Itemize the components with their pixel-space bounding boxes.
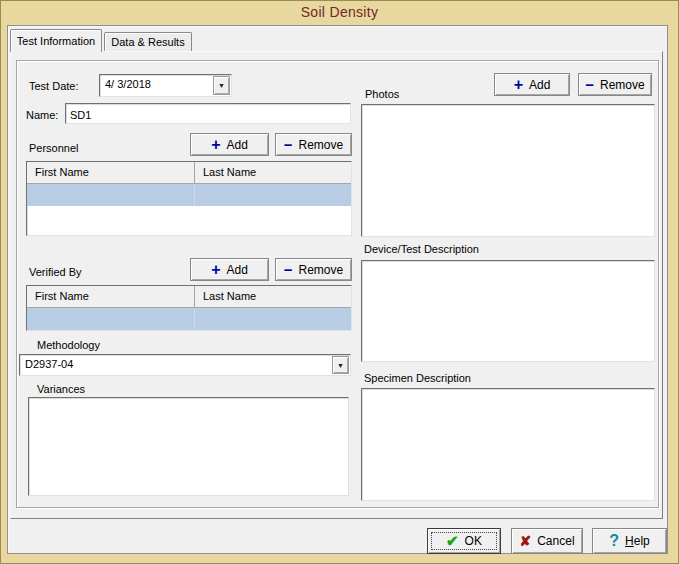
test-date-value: 4/ 3/2018 <box>100 75 212 96</box>
soil-density-window: Soil Density Test Information Data & Res… <box>0 0 679 564</box>
verified-by-label: Verified By <box>29 265 82 279</box>
photos-add-label: Add <box>529 78 550 92</box>
verified-by-table-header: First Name Last Name <box>27 286 351 308</box>
personnel-add-button[interactable]: + Add <box>190 133 269 156</box>
tab-data-results[interactable]: Data & Results <box>104 32 192 52</box>
specimen-description-frame <box>361 388 655 501</box>
personnel-col-first-name[interactable]: First Name <box>27 162 195 184</box>
device-description-label: Device/Test Description <box>364 242 479 256</box>
verified-by-col-last-name[interactable]: Last Name <box>195 286 351 308</box>
variances-textarea[interactable] <box>29 398 348 495</box>
methodology-dropdown-button[interactable]: ▼ <box>332 356 349 374</box>
cancel-button[interactable]: ✘ Cancel <box>511 528 583 554</box>
verified-by-add-button[interactable]: + Add <box>190 258 269 281</box>
help-label: Help <box>625 534 650 548</box>
name-field-frame <box>65 103 351 124</box>
photos-remove-label: Remove <box>600 78 645 92</box>
methodology-select[interactable]: D2937-04 ▼ <box>19 354 351 376</box>
help-label-underline: H <box>625 534 634 548</box>
personnel-remove-label: Remove <box>299 138 344 152</box>
specimen-description-textarea[interactable] <box>362 389 654 500</box>
tab-page-test-information: Test Date: 4/ 3/2018 ▼ Name: Personnel +… <box>10 51 663 519</box>
ok-label: OK <box>465 534 482 548</box>
x-icon: ✘ <box>519 533 531 549</box>
variances-label: Variances <box>37 382 85 396</box>
verified-by-remove-button[interactable]: − Remove <box>275 258 352 281</box>
chevron-down-icon: ▼ <box>337 362 344 369</box>
form-groupbox: Test Date: 4/ 3/2018 ▼ Name: Personnel +… <box>16 60 659 508</box>
specimen-description-label: Specimen Description <box>364 371 471 385</box>
test-date-dropdown-button[interactable]: ▼ <box>213 76 230 95</box>
verified-by-row-last-name[interactable] <box>195 308 351 330</box>
question-mark-icon: ? <box>609 532 619 550</box>
verified-by-row-first-name[interactable] <box>27 308 195 330</box>
personnel-remove-button[interactable]: − Remove <box>275 133 352 156</box>
window-title: Soil Density <box>1 1 678 25</box>
variances-field-frame <box>28 397 349 496</box>
tab-test-information[interactable]: Test Information <box>10 29 102 52</box>
personnel-table-header: First Name Last Name <box>27 162 351 184</box>
personnel-row-first-name[interactable] <box>27 184 195 206</box>
footer-button-bar: ✔ OK ✘ Cancel ? Help <box>8 520 669 554</box>
verified-by-remove-label: Remove <box>299 263 344 277</box>
verified-by-table[interactable]: First Name Last Name <box>26 285 352 331</box>
ok-button[interactable]: ✔ OK <box>427 528 501 554</box>
table-row[interactable] <box>27 184 351 206</box>
personnel-table[interactable]: First Name Last Name <box>26 161 352 236</box>
personnel-row-last-name[interactable] <box>195 184 351 206</box>
personnel-col-last-name[interactable]: Last Name <box>195 162 351 184</box>
cancel-label: Cancel <box>537 534 574 548</box>
check-icon: ✔ <box>446 532 459 550</box>
plus-icon: + <box>211 140 220 150</box>
photos-add-button[interactable]: + Add <box>494 73 570 96</box>
name-input[interactable] <box>66 104 350 123</box>
methodology-value: D2937-04 <box>20 355 331 375</box>
minus-icon: − <box>284 140 293 150</box>
name-label: Name: <box>26 108 58 122</box>
device-description-textarea[interactable] <box>362 261 654 361</box>
table-row[interactable] <box>27 308 351 330</box>
verified-by-add-label: Add <box>226 263 247 277</box>
device-description-frame <box>361 260 655 362</box>
photos-remove-button[interactable]: − Remove <box>578 73 652 96</box>
verified-by-col-first-name[interactable]: First Name <box>27 286 195 308</box>
plus-icon: + <box>211 265 220 275</box>
test-date-label: Test Date: <box>29 79 79 93</box>
photos-listbox[interactable] <box>361 104 655 237</box>
help-button[interactable]: ? Help <box>592 528 667 554</box>
personnel-add-label: Add <box>226 138 247 152</box>
photos-label: Photos <box>365 87 399 101</box>
methodology-label: Methodology <box>37 338 100 352</box>
plus-icon: + <box>514 80 523 90</box>
dialog-body: Test Information Data & Results Test Dat… <box>7 25 668 554</box>
personnel-label: Personnel <box>29 141 79 155</box>
minus-icon: − <box>585 80 594 90</box>
chevron-down-icon: ▼ <box>218 82 225 89</box>
help-label-rest: elp <box>634 534 650 548</box>
minus-icon: − <box>284 265 293 275</box>
test-date-picker[interactable]: 4/ 3/2018 ▼ <box>99 74 232 97</box>
